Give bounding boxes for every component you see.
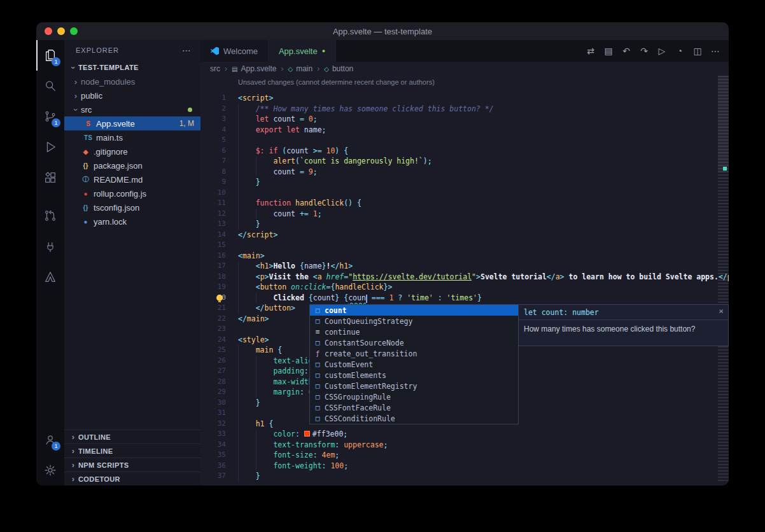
indent-guide [256, 209, 274, 220]
file-item-gitignore[interactable]: ◆.gitignore [64, 144, 200, 158]
line-number[interactable]: 9 [200, 177, 226, 188]
suggestion-countqueuingstrategy[interactable]: □CountQueuingStrategy [310, 316, 518, 326]
line-number[interactable]: 27 [200, 366, 226, 377]
suggestion-cssconditionrule[interactable]: □CSSConditionRule [310, 413, 518, 424]
more-actions-icon[interactable]: ⋯ [708, 46, 722, 56]
minimap-slider[interactable] [718, 76, 729, 172]
suggestion-cssfontfacerule[interactable]: □CSSFontFaceRule [310, 402, 518, 413]
close-icon[interactable]: × [719, 306, 724, 316]
line-number[interactable]: 15 [200, 240, 226, 251]
suggestion-cssgroupingrule[interactable]: □CSSGroupingRule [310, 391, 518, 402]
section-header-outline[interactable]: ›OUTLINE [64, 430, 200, 444]
forward-icon[interactable]: ↷ [637, 46, 651, 56]
line-number[interactable]: 21 [200, 303, 226, 314]
line-number[interactable]: 30 [200, 398, 226, 409]
line-number[interactable]: 34 [200, 440, 226, 451]
line-number[interactable]: 18 [200, 272, 226, 283]
suggestion-continue[interactable]: ≡continue [310, 326, 518, 337]
line-number[interactable]: 8 [200, 167, 226, 178]
line-number[interactable]: 29 [200, 387, 226, 398]
file-item-app-svelte[interactable]: SApp.svelte1, M [64, 116, 200, 130]
search-icon[interactable] [36, 71, 64, 101]
breadcrumb-item-button[interactable]: ◇button [324, 64, 353, 73]
line-number[interactable]: 23 [200, 324, 226, 335]
line-number[interactable]: 11 [200, 198, 226, 209]
azure-icon[interactable] [36, 262, 64, 292]
remote-explorer-icon[interactable] [36, 231, 64, 262]
file-item-tsconfig-json[interactable]: {}tsconfig.json [64, 200, 200, 214]
line-number[interactable]: 17 [200, 261, 226, 272]
extensions-icon[interactable] [36, 162, 64, 193]
folder-item-node-modules[interactable]: ›node_modules [64, 74, 200, 88]
section-header-timeline[interactable]: ›TIMELINE [64, 444, 200, 458]
suggestion-count[interactable]: □count [310, 305, 518, 316]
line-number[interactable]: 6 [200, 146, 226, 157]
suggestion-customevent[interactable]: □CustomEvent [310, 359, 518, 370]
suggestion-customelementregistry[interactable]: □CustomElementRegistry [310, 381, 518, 391]
line-number[interactable]: 33 [200, 429, 226, 440]
line-number[interactable]: 19 [200, 282, 226, 293]
folder-item-src[interactable]: ›src [64, 102, 200, 116]
accounts-icon[interactable]: 1 [36, 424, 64, 455]
breadcrumb-item-main[interactable]: ◇main [288, 64, 313, 73]
line-number[interactable]: 14 [200, 230, 226, 241]
chevron-right-icon: › [68, 432, 78, 442]
suggestion-create-out-transition[interactable]: ƒcreate_out_transition [310, 348, 518, 359]
line-number[interactable]: 16 [200, 251, 226, 262]
source-control-icon[interactable]: 1 [36, 101, 64, 132]
back-icon[interactable]: ↶ [619, 46, 633, 56]
line-number[interactable]: 13 [200, 219, 226, 230]
line-number[interactable]: 25 [200, 345, 226, 356]
split-editor-icon[interactable]: ◫ [691, 46, 705, 56]
titlebar[interactable]: App.svelte — test-template [36, 22, 729, 40]
line-number[interactable]: 36 [200, 461, 226, 472]
line-number[interactable]: 37 [200, 471, 226, 482]
line-number[interactable]: 3 [200, 114, 226, 125]
line-number[interactable]: 26 [200, 356, 226, 367]
line-number[interactable]: 24 [200, 335, 226, 346]
run-icon[interactable]: ▷ [655, 46, 669, 56]
symbol-icon: ◇ [288, 66, 293, 73]
line-number[interactable]: 10 [200, 188, 226, 199]
timeline-icon[interactable]: ◔ [673, 46, 687, 56]
github-pull-requests-icon[interactable] [36, 200, 64, 231]
line-number[interactable]: 31 [200, 408, 226, 419]
lightbulb-icon[interactable] [216, 295, 223, 301]
line-number[interactable]: 5 [200, 135, 226, 146]
suggestion-customelements[interactable]: □customElements [310, 370, 518, 381]
suggestion-constantsourcenode[interactable]: □ConstantSourceNode [310, 337, 518, 348]
breadcrumb-item-app-svelte[interactable]: ▤App.svelte [232, 64, 277, 73]
line-number[interactable]: 1 [200, 93, 226, 104]
file-item-rollup-config-js[interactable]: ●rollup.config.js [64, 186, 200, 200]
tab-app-svelte[interactable]: App.svelte● [269, 40, 336, 62]
code-line: 11function handleClick() { [200, 198, 729, 209]
breadcrumb-item-src[interactable]: src [210, 64, 220, 73]
line-number[interactable]: 7 [200, 156, 226, 167]
file-item-readme-md[interactable]: ⓘREADME.md [64, 172, 200, 186]
line-number[interactable]: 4 [200, 125, 226, 136]
compare-changes-icon[interactable]: ⇄ [584, 46, 598, 56]
rollup-file-icon: ● [81, 190, 90, 197]
run-debug-icon[interactable] [36, 132, 64, 162]
explorer-icon[interactable]: 1 [36, 40, 64, 71]
line-number[interactable]: 22 [200, 314, 226, 325]
line-number[interactable]: 12 [200, 209, 226, 220]
settings-icon[interactable] [36, 455, 64, 486]
line-number[interactable]: 2 [200, 104, 226, 115]
more-actions-icon[interactable]: ⋯ [182, 45, 192, 55]
line-number[interactable]: 32 [200, 419, 226, 430]
line-number[interactable]: 28 [200, 377, 226, 388]
overview-ruler-cursor-marker [723, 167, 727, 171]
section-header-npm-scripts[interactable]: ›NPM SCRIPTS [64, 458, 200, 472]
line-number[interactable]: 35 [200, 450, 226, 461]
file-item-main-ts[interactable]: TSmain.ts [64, 130, 200, 144]
code-line: 13} [200, 219, 729, 230]
file-item-yarn-lock[interactable]: ●yarn.lock [64, 214, 200, 228]
section-header-codetour[interactable]: ›CODETOUR [64, 472, 200, 486]
folder-item-public[interactable]: ›public [64, 88, 200, 102]
indent-guide [256, 156, 274, 167]
tab-welcome[interactable]: Welcome [200, 40, 269, 62]
open-changes-icon[interactable]: ▤ [601, 46, 615, 56]
file-item-package-json[interactable]: {}package.json [64, 158, 200, 172]
section-header-test-template[interactable]: › TEST-TEMPLATE [64, 60, 200, 74]
